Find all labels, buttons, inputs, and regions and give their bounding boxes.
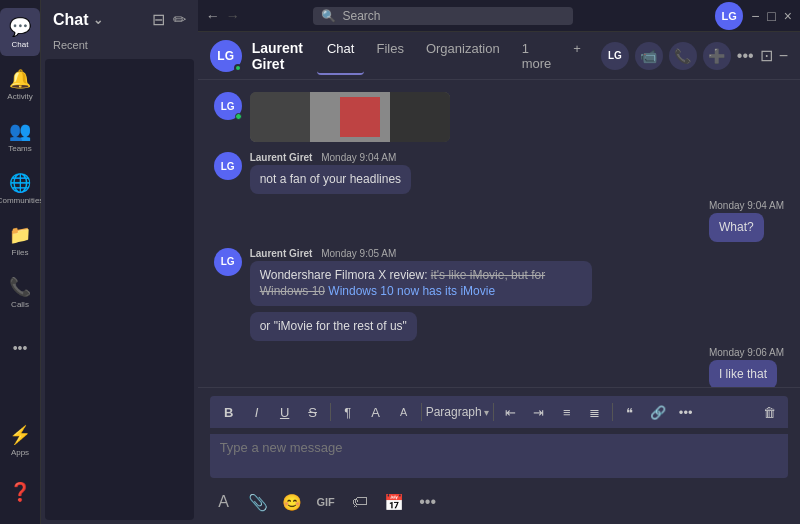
paragraph-chevron: ▾: [484, 407, 489, 418]
communities-icon: 🌐: [9, 172, 31, 194]
font-size-btn[interactable]: A: [391, 400, 417, 424]
topbar: ← → 🔍 Search LG − □ ×: [198, 0, 800, 32]
toolbar-sep: [330, 403, 331, 421]
sidebar-narrow: 💬 Chat 🔔 Activity 👥 Teams 🌐 Communities …: [0, 0, 41, 524]
new-chat-icon[interactable]: ✏: [173, 10, 186, 29]
msg-bubble: or "iMovie for the rest of us": [250, 312, 417, 341]
more-actions-icon[interactable]: •••: [737, 47, 754, 65]
quote-btn[interactable]: ❝: [617, 400, 643, 424]
tab-files[interactable]: Files: [366, 37, 413, 75]
more-format-btn[interactable]: •••: [673, 400, 699, 424]
add-tab-btn[interactable]: +: [563, 37, 591, 75]
italic-btn[interactable]: I: [244, 400, 270, 424]
chat-dropdown-icon[interactable]: ⌄: [93, 13, 103, 27]
back-btn[interactable]: ←: [206, 8, 220, 24]
indent-inc-btn[interactable]: ⇥: [526, 400, 552, 424]
table-row: LG: [214, 92, 784, 146]
msg-bubble: I like that: [709, 360, 777, 387]
msg-content: or "iMovie for the rest of us": [250, 312, 417, 341]
sidebar-label-communities: Communities: [0, 196, 43, 205]
attach-btn[interactable]: 📎: [244, 488, 272, 516]
bold-btn[interactable]: B: [216, 400, 242, 424]
paragraph-dropdown-wrapper[interactable]: Paragraph ▾: [426, 405, 489, 419]
sidebar-item-apps[interactable]: ⚡ Apps: [0, 416, 40, 464]
filter-icon[interactable]: ⊟: [152, 10, 165, 29]
forward-btn[interactable]: →: [226, 8, 240, 24]
sidebar-item-files[interactable]: 📁 Files: [0, 216, 40, 264]
sidebar-item-help[interactable]: ❓: [0, 468, 40, 516]
topbar-right: LG − □ ×: [715, 2, 792, 30]
sidebar-item-chat[interactable]: 💬 Chat: [0, 8, 40, 56]
sidebar-item-calls[interactable]: 📞 Calls: [0, 268, 40, 316]
sticker-btn[interactable]: 🏷: [346, 488, 374, 516]
msg-meta: Laurent Giret Monday 9:04 AM: [250, 152, 411, 163]
table-row: LG Laurent Giret Monday 9:04 AM not a fa…: [214, 152, 784, 194]
msg-bubble: not a fan of your headlines: [250, 165, 411, 194]
teams-icon: 👥: [9, 120, 31, 142]
chat-header-actions: LG 📹 📞 ➕ ••• ⊡ −: [601, 42, 788, 70]
link-btn[interactable]: 🔗: [645, 400, 671, 424]
tab-chat[interactable]: Chat: [317, 37, 364, 75]
strikethrough-btn[interactable]: S: [300, 400, 326, 424]
toolbar-sep4: [612, 403, 613, 421]
search-bar[interactable]: 🔍 Search: [313, 7, 573, 25]
sidebar-item-label: Chat: [12, 40, 29, 49]
num-list-btn[interactable]: ≣: [582, 400, 608, 424]
bullet-list-btn[interactable]: ≡: [554, 400, 580, 424]
sidebar-item-teams[interactable]: 👥 Teams: [0, 112, 40, 160]
add-people-btn[interactable]: ➕: [703, 42, 731, 70]
sidebar-label-teams: Teams: [8, 144, 32, 153]
tab-more[interactable]: 1 more: [512, 37, 562, 75]
emoji-btn[interactable]: 😊: [278, 488, 306, 516]
msg-prefix: Wondershare Filmora X review:: [260, 268, 431, 282]
indent-dec-btn[interactable]: ⇤: [498, 400, 524, 424]
svg-rect-2: [390, 92, 450, 142]
user-avatar[interactable]: LG: [715, 2, 743, 30]
msg-text: I like that: [719, 367, 767, 381]
font-color-btn[interactable]: A: [363, 400, 389, 424]
msg-meta-right: Monday 9:06 AM: [709, 347, 784, 358]
sidebar-item-communities[interactable]: 🌐 Communities: [0, 164, 40, 212]
toolbar-sep3: [493, 403, 494, 421]
call-btn[interactable]: 📞: [669, 42, 697, 70]
meeting-btn[interactable]: 📅: [380, 488, 408, 516]
msg-suffix: Windows 10 now has its iMovie: [325, 284, 495, 298]
msg-bubble: What?: [709, 213, 764, 242]
help-icon: ❓: [9, 481, 31, 503]
msg-bubble: Wondershare Filmora X review: it's like …: [250, 261, 592, 307]
msg-time: Monday 9:05 AM: [321, 248, 396, 259]
compose-area: B I U S ¶ A A Paragraph ▾ ⇤ ⇥ ≡ ≣ ❝ 🔗 ••…: [198, 387, 800, 524]
files-icon: 📁: [9, 224, 31, 246]
sidebar-more[interactable]: •••: [0, 324, 40, 372]
chat-title: Chat: [53, 11, 89, 29]
messages-area: LG LG Laurent Giret: [198, 80, 800, 387]
main-chat: ← → 🔍 Search LG − □ × LG Laurent Giret C…: [198, 0, 800, 524]
maximize-btn[interactable]: □: [767, 8, 775, 24]
recent-label: Recent: [41, 35, 198, 55]
sidebar-bottom: ⚡ Apps ❓: [0, 416, 40, 524]
gif-btn[interactable]: GIF: [312, 488, 340, 516]
underline-btn[interactable]: U: [272, 400, 298, 424]
minimize-chat-icon[interactable]: −: [779, 47, 788, 65]
popout-icon[interactable]: ⊡: [760, 46, 773, 65]
msg-text: What?: [719, 220, 754, 234]
sidebar-item-activity[interactable]: 🔔 Activity: [0, 60, 40, 108]
chat-tabs: Chat Files Organization 1 more +: [317, 37, 591, 75]
search-icon: 🔍: [321, 9, 336, 23]
delete-btn[interactable]: 🗑: [756, 400, 782, 424]
contact-avatar-small: LG: [601, 42, 629, 70]
format-btn[interactable]: A: [210, 488, 238, 516]
compose-input[interactable]: [210, 434, 788, 478]
msg-content: Monday 9:06 AM I like that: [709, 347, 784, 387]
contact-avatar: LG: [210, 40, 242, 72]
more-compose-btn[interactable]: •••: [414, 488, 442, 516]
more-icon: •••: [13, 340, 28, 356]
video-call-btn[interactable]: 📹: [635, 42, 663, 70]
close-btn[interactable]: ×: [784, 8, 792, 24]
para-style-btn[interactable]: ¶: [335, 400, 361, 424]
tab-organization[interactable]: Organization: [416, 37, 510, 75]
msg-time: Monday 9:04 AM: [321, 152, 396, 163]
msg-sender: Laurent Giret: [250, 152, 313, 163]
msg-text: not a fan of your headlines: [260, 172, 401, 186]
minimize-btn[interactable]: −: [751, 8, 759, 24]
